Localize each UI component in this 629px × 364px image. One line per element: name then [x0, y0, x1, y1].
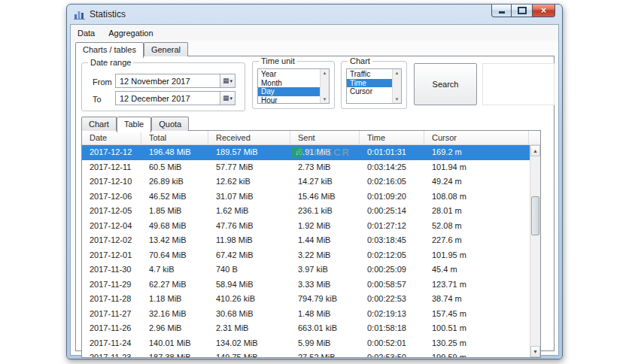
table-cell: 70.64 MiB — [141, 248, 208, 263]
table-row[interactable]: 2017-12-1160.5 MiB57.77 MiB2.73 MiB0:03:… — [82, 160, 530, 175]
maximize-button[interactable] — [512, 5, 532, 17]
list-option-traffic[interactable]: Traffic — [347, 70, 392, 79]
table-row[interactable]: 2017-12-0213.42 MiB11.98 MiB1.44 MiB0:03… — [82, 233, 530, 248]
date-range-group: Date range From 12 November 2017 ▦▾ To 1… — [81, 62, 245, 111]
tab-quota[interactable]: Quota — [151, 117, 189, 131]
table-cell: 4.7 kiB — [141, 262, 208, 278]
table-cell: 227.6 m — [424, 233, 529, 248]
menu-aggregation[interactable]: Aggregation — [102, 26, 160, 41]
table-cell: 1.62 MiB — [208, 204, 290, 219]
chevron-down-icon: ▾ — [230, 78, 233, 83]
table-cell: 2017-11-24 — [82, 336, 141, 351]
table-cell: 0:01:27:12 — [360, 219, 424, 234]
table-cell: 1.92 MiB — [290, 219, 360, 234]
table-cell: 3.97 kiB — [290, 262, 360, 278]
table-cell: 0:02:19:13 — [360, 307, 424, 322]
table-cell: 49.68 MiB — [141, 219, 208, 234]
table-cell: 31.07 MiB — [208, 190, 290, 205]
table-cell: 189.57 MiB — [208, 145, 290, 160]
table-row[interactable]: 2017-12-1026.89 kiB12.62 kiB14.27 kiB0:0… — [82, 174, 530, 190]
table-cell: 2017-12-02 — [82, 233, 141, 248]
tab-table[interactable]: Table — [117, 117, 151, 132]
table-body: 2017-12-12196.48 MiB189.57 MiB6.91 MiB0:… — [82, 145, 530, 357]
table-cell: 2017-11-30 — [82, 262, 141, 278]
table-cell: 196.48 MiB — [141, 145, 208, 160]
time-unit-listbox[interactable]: YearMonthDayHour ▲▼ — [257, 68, 330, 104]
list-option-cursor[interactable]: Cursor — [347, 87, 392, 96]
statistics-table: Date Total Received Sent Time Cursor 201… — [81, 130, 541, 358]
table-cell: 0:02:16:05 — [360, 174, 424, 190]
client-area: Data Aggregation Charts / tables General… — [70, 24, 559, 356]
title-bar[interactable]: Statistics × — [67, 5, 562, 24]
table-cell: 11.98 MiB — [208, 233, 290, 248]
scroll-down-icon: ▼ — [323, 97, 327, 102]
statistics-window: Statistics × Data Aggregation Charts / t… — [66, 4, 563, 359]
column-header-total[interactable]: Total — [141, 131, 208, 144]
minimize-button[interactable] — [491, 5, 512, 17]
table-cell: 26.89 kiB — [141, 174, 208, 190]
tab-general[interactable]: General — [144, 42, 188, 56]
table-row[interactable]: 2017-11-304.7 kiB740 B3.97 kiB0:00:25:09… — [82, 262, 530, 278]
from-calendar-dropdown-button[interactable]: ▦▾ — [220, 74, 235, 87]
table-cell: 47.76 MiB — [208, 219, 290, 234]
table-cell: 38.74 m — [424, 292, 529, 307]
table-cell: 2017-12-04 — [82, 219, 141, 234]
table-cell: 199.59 m — [424, 350, 529, 357]
column-header-cursor[interactable]: Cursor — [424, 131, 529, 144]
list-option-day[interactable]: Day — [258, 87, 320, 96]
chart-scrollbar[interactable]: ▲▼ — [392, 69, 401, 103]
table-cell: 2017-12-06 — [82, 190, 141, 205]
table-cell: 1.44 MiB — [290, 233, 360, 248]
list-option-time[interactable]: Time — [347, 79, 392, 88]
table-row[interactable]: 2017-11-24140.01 MiB134.02 MiB5.99 MiB0:… — [82, 336, 530, 351]
table-row[interactable]: 2017-11-2962.27 MiB58.94 MiB3.33 MiB0:00… — [82, 278, 530, 293]
vertical-scrollbar[interactable]: ▲ ▼ — [530, 145, 540, 357]
table-row[interactable]: 2017-12-0449.68 MiB47.76 MiB1.92 MiB0:01… — [82, 219, 530, 234]
scroll-thumb[interactable] — [531, 196, 539, 235]
table-row[interactable]: 2017-11-23187.38 MiB149.75 MiB27.52 MiB0… — [82, 350, 530, 357]
from-label: From — [93, 77, 112, 86]
view-tab-strip: Chart Table Quota — [81, 117, 189, 131]
table-row[interactable]: 2017-12-051.85 MiB1.62 MiB236.1 kiB0:00:… — [82, 204, 530, 219]
scroll-up-arrow[interactable]: ▲ — [530, 145, 540, 156]
table-cell: 0:00:25:14 — [360, 204, 424, 219]
time-unit-group: Time unit YearMonthDayHour ▲▼ — [252, 61, 335, 109]
time-unit-options: YearMonthDayHour — [258, 70, 320, 103]
table-row[interactable]: 2017-11-262.96 MiB2.31 MiB663.01 kiB0:01… — [82, 321, 530, 336]
table-row[interactable]: 2017-11-2732.16 MiB30.68 MiB1.48 MiB0:02… — [82, 307, 530, 322]
table-cell: 32.16 MiB — [141, 307, 208, 322]
menu-data[interactable]: Data — [71, 26, 102, 41]
column-header-sent[interactable]: Sent — [290, 131, 360, 144]
table-cell: 0:03:14:25 — [360, 160, 424, 175]
table-cell: 0:01:09:20 — [360, 190, 424, 205]
from-date-picker[interactable]: 12 November 2017 ▦▾ — [115, 74, 235, 88]
chart-label: Chart — [348, 56, 372, 65]
table-row[interactable]: 2017-12-0646.52 MiB31.07 MiB15.46 MiB0:0… — [82, 190, 530, 205]
table-cell: 1.18 MiB — [141, 292, 208, 307]
list-option-year[interactable]: Year — [258, 70, 320, 79]
list-option-month[interactable]: Month — [258, 79, 320, 88]
search-button[interactable]: Search — [414, 63, 477, 105]
time-unit-scrollbar[interactable]: ▲▼ — [320, 69, 329, 103]
chart-listbox[interactable]: TrafficTimeCursor ▲▼ — [346, 68, 402, 104]
table-cell: 0:03:18:45 — [360, 233, 424, 248]
to-calendar-dropdown-button[interactable]: ▦▾ — [220, 92, 235, 105]
scroll-down-arrow[interactable]: ▼ — [530, 346, 540, 357]
table-row[interactable]: 2017-12-12196.48 MiB189.57 MiB6.91 MiB0:… — [82, 145, 530, 160]
column-header-date[interactable]: Date — [82, 131, 141, 144]
table-cell: 2017-11-26 — [82, 321, 141, 336]
column-header-time[interactable]: Time — [360, 131, 424, 144]
table-cell: 49.24 m — [424, 174, 529, 190]
to-date-picker[interactable]: 12 December 2017 ▦▾ — [115, 91, 235, 105]
table-cell: 58.94 MiB — [208, 278, 290, 293]
close-button[interactable]: × — [532, 5, 555, 17]
table-row[interactable]: 2017-11-281.18 MiB410.26 kiB794.79 kiB0:… — [82, 292, 530, 307]
table-cell: 169.2 m — [424, 145, 529, 160]
list-option-hour[interactable]: Hour — [258, 96, 320, 105]
tab-chart[interactable]: Chart — [81, 117, 117, 131]
table-row[interactable]: 2017-12-0170.64 MiB67.42 MiB3.22 MiB0:02… — [82, 248, 530, 263]
scroll-up-icon: ▲ — [323, 71, 327, 75]
tab-charts-tables[interactable]: Charts / tables — [75, 42, 144, 58]
column-header-received[interactable]: Received — [208, 131, 290, 144]
scroll-down-icon: ▼ — [395, 97, 400, 102]
